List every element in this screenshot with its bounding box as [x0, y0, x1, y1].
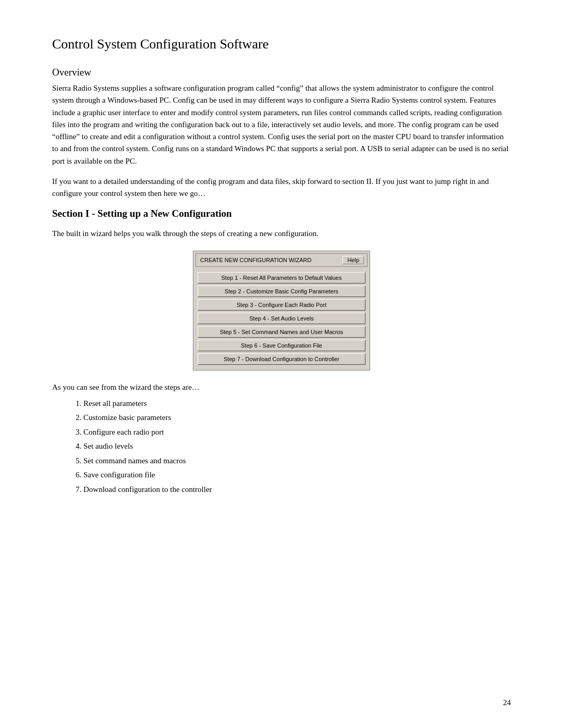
wizard-title-text: CREATE NEW CONFIGURATION WIZARD	[200, 257, 311, 263]
overview-paragraph2: If you want to a detailed understanding …	[52, 176, 511, 200]
wizard-step3-button[interactable]: Step 3 - Configure Each Radio Port	[198, 299, 365, 311]
wizard-steps-container: Step 1 - Reset All Parameters to Default…	[193, 269, 370, 370]
steps-summary-intro: As you can see from the wizard the steps…	[52, 383, 511, 392]
list-item: Save configuration file	[83, 468, 511, 482]
wizard-step4-button[interactable]: Step 4 - Set Audio Levels	[198, 313, 365, 324]
wizard-step7-button[interactable]: Step 7 - Download Configuration to Contr…	[198, 353, 365, 365]
overview-heading: Overview	[52, 67, 511, 78]
page-title: Control System Configuration Software	[52, 36, 511, 52]
page-number: 24	[503, 698, 511, 707]
list-item: Set command names and macros	[83, 454, 511, 468]
wizard-dialog: CREATE NEW CONFIGURATION WIZARD Help Ste…	[193, 251, 370, 371]
list-item: Customize basic parameters	[83, 411, 511, 425]
wizard-step2-button[interactable]: Step 2 - Customize Basic Config Paramete…	[198, 286, 365, 297]
list-item: Reset all parameters	[83, 397, 511, 411]
wizard-step5-button[interactable]: Step 5 - Set Command Names and User Macr…	[198, 326, 365, 338]
list-item: Download configuration to the controller	[83, 483, 511, 497]
section1-intro: The built in wizard helps you walk throu…	[52, 228, 511, 240]
wizard-step6-button[interactable]: Step 6 - Save Configuration File	[198, 340, 365, 351]
list-item: Set audio levels	[83, 440, 511, 453]
section1-heading: Section I - Setting up a New Configurati…	[52, 208, 511, 219]
list-item: Configure each radio port	[83, 426, 511, 439]
wizard-step1-button[interactable]: Step 1 - Reset All Parameters to Default…	[198, 272, 365, 283]
wizard-help-button[interactable]: Help	[342, 256, 364, 264]
steps-summary-list: Reset all parameters Customize basic par…	[83, 397, 511, 497]
wizard-title-bar: CREATE NEW CONFIGURATION WIZARD Help	[195, 253, 368, 267]
overview-paragraph1: Sierra Radio Systems supplies a software…	[52, 82, 511, 167]
